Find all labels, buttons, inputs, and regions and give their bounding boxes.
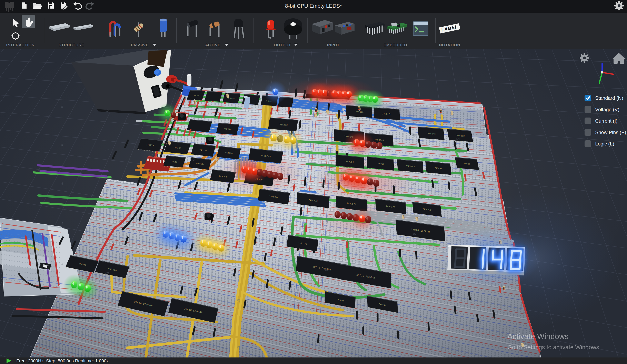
svg-text:15: 15 <box>149 153 153 157</box>
svg-text:45: 45 <box>412 182 416 186</box>
svg-text:5: 5 <box>61 143 63 147</box>
svg-text:15: 15 <box>149 194 153 198</box>
svg-text:40: 40 <box>368 130 372 134</box>
svg-text:15: 15 <box>149 280 153 284</box>
svg-text:45: 45 <box>412 232 416 236</box>
svg-text:35: 35 <box>324 126 328 130</box>
svg-text:45: 45 <box>412 133 416 137</box>
svg-text:20: 20 <box>193 158 197 161</box>
svg-text:35: 35 <box>324 172 328 176</box>
svg-text:25: 25 <box>237 163 240 166</box>
svg-text:35: 35 <box>324 267 328 272</box>
svg-text:45: 45 <box>412 335 416 339</box>
svg-text:40: 40 <box>368 177 372 181</box>
svg-text:40: 40 <box>368 275 372 279</box>
svg-text:30: 30 <box>280 260 284 264</box>
svg-text:15: 15 <box>149 237 153 241</box>
svg-text:10: 10 <box>105 148 109 152</box>
svg-text:35: 35 <box>324 219 328 223</box>
svg-text:10: 10 <box>105 188 109 192</box>
svg-text:Go to Settings to activate Win: Go to Settings to activate Windows. <box>507 344 601 351</box>
svg-text:30: 30 <box>281 213 285 217</box>
svg-text:10: 10 <box>105 271 109 275</box>
svg-text:Activate Windows: Activate Windows <box>507 332 569 341</box>
svg-text:10: 10 <box>105 229 109 233</box>
svg-text:35: 35 <box>324 316 328 320</box>
svg-text:20: 20 <box>193 244 197 249</box>
svg-text:20: 20 <box>193 116 197 119</box>
svg-text:20: 20 <box>193 200 197 204</box>
svg-text:10: 10 <box>105 108 109 112</box>
svg-text:25: 25 <box>237 207 241 210</box>
svg-text:5: 5 <box>61 105 63 108</box>
svg-text:45: 45 <box>412 283 416 287</box>
svg-text:50: 50 <box>456 238 460 242</box>
svg-text:25: 25 <box>237 119 240 123</box>
svg-text:30: 30 <box>281 167 284 171</box>
svg-text:40: 40 <box>368 325 372 329</box>
svg-text:30: 30 <box>280 307 285 311</box>
svg-text:15: 15 <box>149 112 153 116</box>
svg-text:50: 50 <box>456 187 460 191</box>
svg-text:30: 30 <box>281 123 284 126</box>
svg-text:20: 20 <box>193 289 197 293</box>
svg-text:50: 50 <box>456 137 460 141</box>
svg-text:50: 50 <box>456 291 460 295</box>
svg-text:25: 25 <box>237 252 240 256</box>
svg-text:40: 40 <box>368 226 372 230</box>
svg-text:50: 50 <box>456 344 460 348</box>
svg-text:25: 25 <box>237 298 241 302</box>
